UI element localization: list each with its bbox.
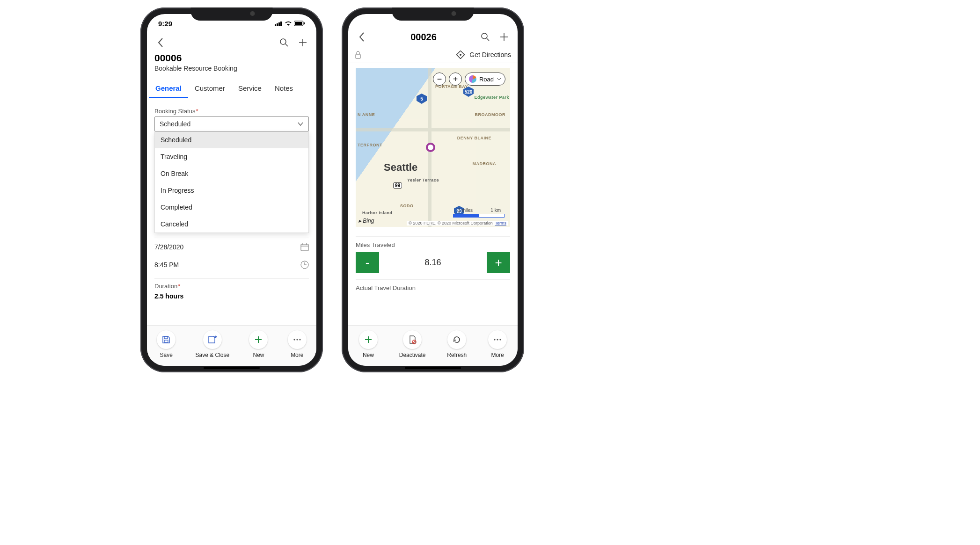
option-traveling[interactable]: Traveling <box>155 148 308 165</box>
tool-new[interactable]: New <box>249 330 268 358</box>
phone-right-screen: 00026 <box>348 14 518 366</box>
svg-point-22 <box>293 339 295 340</box>
miles-traveled-section: Miles Traveled - 8.16 + <box>356 236 510 280</box>
get-directions-link[interactable]: Get Directions <box>469 51 511 58</box>
map-scale-km: 1 km <box>490 208 501 213</box>
home-indicator <box>405 367 461 369</box>
signal-icon <box>275 21 283 26</box>
tab-general[interactable]: General <box>149 80 188 98</box>
option-canceled[interactable]: Canceled <box>155 216 308 233</box>
chevron-down-icon <box>297 122 304 126</box>
add-button[interactable] <box>497 30 511 44</box>
plus-icon <box>298 38 307 47</box>
svg-point-24 <box>299 339 300 340</box>
booking-status-select[interactable]: Scheduled <box>154 116 309 131</box>
map-nbhd-nanne: N ANNE <box>358 112 375 117</box>
search-button[interactable] <box>478 30 492 44</box>
map-nbhd-broadmoor: BROADMOOR <box>475 112 506 117</box>
map-location-pin <box>426 143 435 152</box>
back-button[interactable] <box>154 36 168 50</box>
directions-icon <box>456 51 465 59</box>
tool-refresh[interactable]: Refresh <box>447 330 467 358</box>
svg-rect-19 <box>164 340 168 342</box>
map[interactable]: − + Road Seattle PORTAGE BAY BROADMOOR D… <box>356 68 510 227</box>
phone-notch <box>392 7 474 21</box>
ellipsis-icon <box>293 338 301 341</box>
miles-traveled-label: Miles Traveled <box>356 241 510 248</box>
chevron-left-icon <box>358 32 365 42</box>
tab-service[interactable]: Service <box>232 80 268 98</box>
booking-status-dropdown: Scheduled Traveling On Break In Progress… <box>154 131 309 233</box>
option-in-progress[interactable]: In Progress <box>155 182 308 199</box>
miles-value[interactable]: 8.16 <box>424 258 441 268</box>
tab-notes[interactable]: Notes <box>268 80 300 98</box>
svg-point-37 <box>497 339 498 340</box>
miles-stepper: - 8.16 + <box>356 252 510 273</box>
calendar-icon <box>300 243 309 251</box>
tool-more[interactable]: More <box>288 330 307 358</box>
bottom-toolbar: Save Save & Close <box>147 325 316 366</box>
map-zoom-in[interactable]: + <box>449 73 462 86</box>
map-shield-i5: 5 <box>417 94 427 104</box>
tool-new[interactable]: New <box>359 330 378 358</box>
map-layer-select[interactable]: Road <box>465 73 505 86</box>
map-terms-link[interactable]: Terms <box>495 221 507 225</box>
save-icon <box>162 335 170 344</box>
map-nbhd-madrona: MADRONA <box>473 161 497 166</box>
plus-green-icon <box>254 335 263 344</box>
record-number: 00006 <box>154 52 309 64</box>
tool-save-close[interactable]: Save & Close <box>195 330 229 358</box>
svg-point-36 <box>494 339 495 340</box>
tab-customer[interactable]: Customer <box>188 80 232 98</box>
caret-down-icon <box>497 78 501 80</box>
tab-bar: General Customer Service Notes <box>147 80 316 98</box>
map-nbhd-yesler: Yesler Terrace <box>407 178 439 182</box>
tool-save[interactable]: Save <box>157 330 176 358</box>
home-indicator <box>204 367 260 369</box>
globe-icon <box>469 75 476 83</box>
tool-more[interactable]: More <box>488 330 507 358</box>
map-provider-logo: ▸ Bing <box>358 218 374 224</box>
search-button[interactable] <box>277 36 291 50</box>
svg-point-7 <box>280 39 286 44</box>
status-icons <box>275 21 305 26</box>
map-city-label: Seattle <box>384 161 417 174</box>
status-time: 9:29 <box>158 20 172 28</box>
deactivate-icon <box>408 335 417 344</box>
search-icon <box>481 32 490 42</box>
date-field[interactable]: 7/28/2020 <box>154 238 309 256</box>
svg-rect-0 <box>275 24 276 26</box>
option-scheduled[interactable]: Scheduled <box>155 131 308 148</box>
map-zoom-out[interactable]: − <box>433 73 446 86</box>
time-field[interactable]: 8:45 PM <box>154 256 309 274</box>
tool-deactivate[interactable]: Deactivate <box>399 330 426 358</box>
map-route-99: 99 <box>393 182 402 189</box>
map-nbhd-sodo: SODO <box>400 203 414 208</box>
plus-green-icon <box>364 335 373 344</box>
miles-decrement[interactable]: - <box>356 252 379 273</box>
map-scale-bar <box>453 214 505 218</box>
form-area: Booking Status* Scheduled Scheduled Trav… <box>147 98 316 306</box>
battery-icon <box>294 21 305 26</box>
clock-icon <box>300 261 309 269</box>
svg-point-38 <box>499 339 501 340</box>
svg-rect-1 <box>277 23 278 26</box>
back-button[interactable] <box>355 30 369 44</box>
map-scale-mi: 1 miles <box>458 208 473 213</box>
ellipsis-icon <box>493 338 502 341</box>
map-nbhd-edgewater: Edgewater Park <box>474 95 509 100</box>
map-nbhd-denny: DENNY BLAINE <box>457 136 491 140</box>
duration-label: Duration* <box>154 278 309 290</box>
booking-status-value: Scheduled <box>160 120 190 128</box>
duration-value: 2.5 hours <box>154 290 309 306</box>
wifi-icon <box>285 21 292 26</box>
save-close-icon <box>208 335 217 344</box>
miles-increment[interactable]: + <box>487 252 510 273</box>
option-completed[interactable]: Completed <box>155 199 308 216</box>
option-on-break[interactable]: On Break <box>155 165 308 182</box>
refresh-icon <box>453 335 461 344</box>
svg-point-31 <box>460 54 461 56</box>
directions-bar: Get Directions <box>348 47 518 63</box>
svg-line-8 <box>285 44 288 46</box>
add-button[interactable] <box>296 36 310 50</box>
